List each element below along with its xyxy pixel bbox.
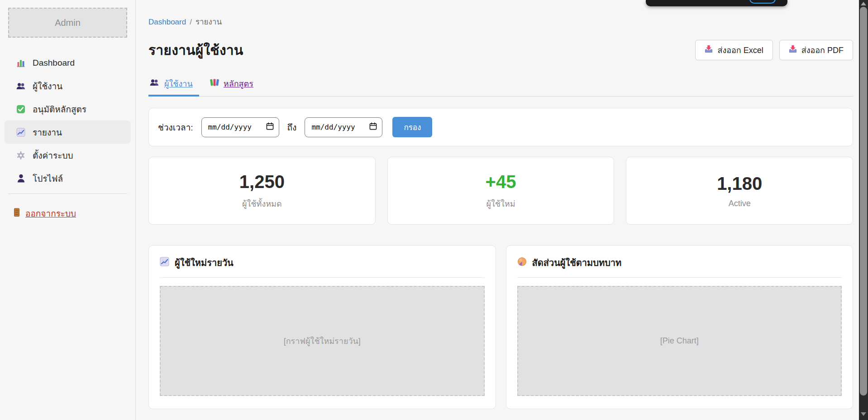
brand-label: Admin xyxy=(55,18,81,28)
chart-placeholder-daily-new-users: [กราฟผู้ใช้ใหม่รายวัน] xyxy=(160,286,485,396)
stats-row: 1,250 ผู้ใช้ทั้งหมด +45 ผู้ใช้ใหม่ 1,180… xyxy=(148,157,853,225)
sidebar-item-label: อนุมัติหลักสูตร xyxy=(33,102,86,116)
main-content: Dashboard/รายงาน รายงานผู้ใช้งาน ส่งออก … xyxy=(136,0,868,420)
gear-icon xyxy=(15,151,26,160)
chart-header: สัดส่วนผู้ใช้ตามบทบาท xyxy=(517,256,842,278)
export-excel-label: ส่งออก Excel xyxy=(717,43,763,57)
pie-chart-icon xyxy=(517,257,527,269)
date-from-value: mm/dd/yyyy xyxy=(208,123,252,131)
person-icon xyxy=(15,174,26,183)
tab-courses-label: หลักสูตร xyxy=(224,77,253,90)
scrollbar-thumb[interactable] xyxy=(860,7,867,396)
sidebar-item-label: โปรไฟล์ xyxy=(33,172,63,185)
sidebar-item-approve-courses[interactable]: อนุมัติหลักสูตร xyxy=(5,97,131,121)
stat-card-total-users: 1,250 ผู้ใช้ทั้งหมด xyxy=(148,157,376,225)
tab-users[interactable]: ผู้ใช้งาน xyxy=(148,75,199,96)
vertical-scrollbar[interactable] xyxy=(859,0,868,420)
stat-value: +45 xyxy=(486,172,516,192)
sidebar-item-settings[interactable]: ตั้งค่าระบบ xyxy=(5,144,131,167)
date-from-input[interactable]: mm/dd/yyyy xyxy=(201,117,279,137)
browser-popup-sliver xyxy=(646,0,787,6)
chart-placeholder-text: [กราฟผู้ใช้ใหม่รายวัน] xyxy=(284,334,361,348)
export-excel-button[interactable]: ส่งออก Excel xyxy=(695,40,773,60)
breadcrumb: Dashboard/รายงาน xyxy=(148,15,853,28)
brand-logo-placeholder: Admin xyxy=(8,8,127,38)
chart-placeholder-text: [Pie Chart] xyxy=(660,336,699,346)
sidebar-divider xyxy=(8,193,127,194)
date-range-label: ช่วงเวลา: xyxy=(158,121,193,134)
stat-card-new-users: +45 ผู้ใช้ใหม่ xyxy=(387,157,615,225)
check-icon xyxy=(15,105,26,114)
chart-title: สัดส่วนผู้ใช้ตามบทบาท xyxy=(532,256,622,270)
logout-link[interactable]: ออกจากระบบ xyxy=(14,207,76,220)
sidebar: Admin Dashboard ผู้ใช้งาน อนุมัติหลักสูต… xyxy=(0,0,136,420)
sidebar-item-label: ตั้งค่าระบบ xyxy=(33,149,73,162)
stat-card-active-users: 1,180 Active xyxy=(626,157,853,225)
chart-placeholder-pie: [Pie Chart] xyxy=(517,286,842,396)
users-icon xyxy=(15,82,26,90)
sidebar-item-label: Dashboard xyxy=(33,58,75,68)
chart-card-daily-new-users: ผู้ใช้ใหม่รายวัน [กราฟผู้ใช้ใหม่รายวัน] xyxy=(148,245,496,409)
page-title: รายงานผู้ใช้งาน xyxy=(148,39,243,61)
app-layout: Admin Dashboard ผู้ใช้งาน อนุมัติหลักสูต… xyxy=(0,0,868,420)
date-to-value: mm/dd/yyyy xyxy=(311,123,355,131)
filter-submit-button[interactable]: กรอง xyxy=(392,117,432,137)
scroll-up-arrow-icon[interactable] xyxy=(861,2,866,5)
sidebar-item-reports[interactable]: รายงาน xyxy=(5,121,131,144)
bar-chart-icon xyxy=(15,58,26,68)
sidebar-nav: Dashboard ผู้ใช้งาน อนุมัติหลักสูตร รายง… xyxy=(0,51,135,190)
export-pdf-label: ส่งออก PDF xyxy=(801,43,844,57)
line-chart-icon xyxy=(160,257,169,269)
chart-card-users-by-role: สัดส่วนผู้ใช้ตามบทบาท [Pie Chart] xyxy=(506,245,854,409)
chart-header: ผู้ใช้ใหม่รายวัน xyxy=(160,256,485,278)
sidebar-item-dashboard[interactable]: Dashboard xyxy=(5,51,131,74)
sidebar-item-label: รายงาน xyxy=(33,126,62,139)
stat-label: Active xyxy=(729,199,751,208)
export-buttons: ส่งออก Excel ส่งออก PDF xyxy=(695,40,853,60)
users-icon xyxy=(149,79,160,88)
calendar-icon[interactable] xyxy=(266,122,274,132)
tab-courses[interactable]: หลักสูตร xyxy=(209,75,260,96)
sidebar-item-label: ผู้ใช้งาน xyxy=(33,79,62,93)
date-to-label: ถึง xyxy=(287,121,297,134)
charts-row: ผู้ใช้ใหม่รายวัน [กราฟผู้ใช้ใหม่รายวัน] … xyxy=(148,245,853,409)
download-tray-icon xyxy=(705,45,713,55)
logout-label: ออกจากระบบ xyxy=(25,207,76,220)
stat-label: ผู้ใช้ใหม่ xyxy=(486,197,515,210)
title-row: รายงานผู้ใช้งาน ส่งออก Excel ส่งออก PDF xyxy=(148,39,853,61)
breadcrumb-current: รายงาน xyxy=(196,18,222,26)
chart-title: ผู้ใช้ใหม่รายวัน xyxy=(175,256,234,270)
popup-focused-button[interactable] xyxy=(749,0,776,4)
breadcrumb-home-link[interactable]: Dashboard xyxy=(148,18,186,26)
download-tray-icon xyxy=(789,45,797,55)
stat-value: 1,250 xyxy=(239,172,285,192)
stat-label: ผู้ใช้ทั้งหมด xyxy=(242,197,282,210)
calendar-icon[interactable] xyxy=(369,122,377,132)
export-pdf-button[interactable]: ส่งออก PDF xyxy=(779,40,853,60)
line-chart-icon xyxy=(15,128,26,137)
breadcrumb-separator: / xyxy=(190,18,192,26)
tab-bar: ผู้ใช้งาน หลักสูตร xyxy=(148,75,853,97)
door-icon xyxy=(14,208,20,219)
scroll-down-arrow-icon[interactable] xyxy=(861,412,866,416)
tab-users-label: ผู้ใช้งาน xyxy=(164,77,193,90)
date-filter-card: ช่วงเวลา: mm/dd/yyyy ถึง mm/dd/yyyy กรอง xyxy=(148,108,853,146)
date-to-input[interactable]: mm/dd/yyyy xyxy=(305,117,382,137)
sidebar-item-users[interactable]: ผู้ใช้งาน xyxy=(5,74,131,97)
books-icon xyxy=(210,78,219,89)
sidebar-item-profile[interactable]: โปรไฟล์ xyxy=(5,167,131,190)
stat-value: 1,180 xyxy=(717,174,762,194)
